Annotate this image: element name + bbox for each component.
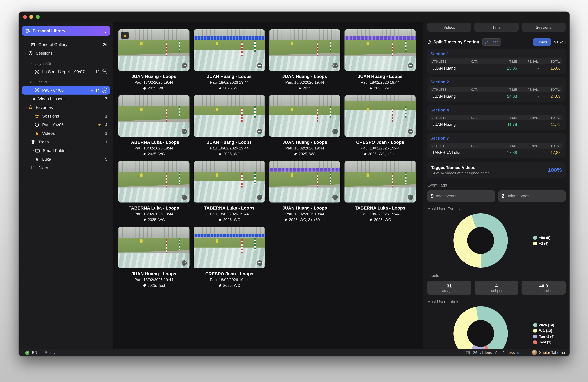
video-thumbnail[interactable]: ★••• [118,29,189,71]
gallery-icon [30,42,36,47]
close-button[interactable] [23,15,27,19]
video-thumbnail[interactable]: ••• [269,95,340,137]
vs-you-toggle[interactable]: vs You [554,40,566,44]
tab-videos[interactable]: Videos [427,23,472,32]
video-tags: 2025, WC [148,218,165,222]
split-time: 24,03 [495,94,517,99]
video-thumbnail[interactable]: ••• [118,95,189,137]
video-thumbnail[interactable]: ••• [344,95,416,137]
item-menu-button[interactable]: ••• [102,69,107,74]
video-thumbnail[interactable]: ••• [194,29,265,71]
tag-icon [294,152,297,156]
sidebar-item-favorites[interactable]: Favorites [22,103,110,112]
thumbnail-menu-button[interactable]: ••• [181,128,187,135]
tag-icon [298,86,301,90]
tag-icon [143,152,147,156]
sidebar-item-sessions[interactable]: Sessions1 [22,112,110,121]
video-meta: Pau, 18/02/2026 19:44 [194,212,265,216]
section-card: Section 4ATHLETECAT.TIMEPENAL.TOTALJUAN … [427,105,566,130]
video-thumbnail[interactable]: ••• [194,227,265,268]
star-outline-icon [34,114,39,119]
sidebar-item-video-lessons[interactable]: Video Lessons7 [22,95,110,103]
video-title: TABERNA Luka - Loops [194,205,265,210]
video-meta: Pau, 18/02/2026 19:44 [269,80,340,85]
total-time: 11,78 [539,122,561,127]
sidebar-item-pau-04-06[interactable]: Pau · 04/06★14 [22,121,110,129]
video-title: TABERNA Luka - Loops [118,205,189,210]
star-icon: ★ [98,122,102,127]
tag-icon [284,218,288,222]
thumbnail-menu-button[interactable]: ••• [257,63,263,69]
sidebar-item-general-gallery[interactable]: General Gallery26 [22,40,110,49]
video-title: JUAN Huang - Loops [194,74,265,79]
item-count: 26 [103,42,107,47]
video-thumbnail[interactable]: ••• [118,161,189,202]
tag-icon [143,284,146,287]
thumbnail-menu-button[interactable]: ••• [407,63,414,69]
avatar[interactable] [532,350,537,355]
legend-swatch [533,236,537,239]
video-thumbnail[interactable]: ••• [194,95,265,137]
legend-item: +2 (4) [533,241,550,245]
sidebar-item-videos[interactable]: Videos1 [22,129,110,138]
video-title: JUAN Huang - Loops [269,205,340,210]
thumbnail-menu-button[interactable]: ••• [407,128,414,135]
separator: | [527,351,529,355]
tab-sessions[interactable]: Sessions [521,23,566,32]
video-thumbnail[interactable]: ••• [269,161,340,202]
thumbnail-menu-button[interactable]: ••• [332,128,338,135]
video-thumbnail[interactable]: ••• [344,29,416,71]
minimize-button[interactable] [29,15,33,19]
total-time: 15,06 [539,66,561,71]
penalty: - [517,66,539,71]
thumbnail-menu-button[interactable]: ••• [332,63,338,69]
video-grid-area: ★•••JUAN Huang - LoopsPau, 18/02/2026 19… [113,22,423,349]
item-menu-button[interactable]: ••• [102,87,107,93]
tag-icon [363,152,367,156]
video-title: JUAN Huang - Loops [269,74,340,79]
sidebar-item-pau-04-06[interactable]: Pau · 04/06★14••• [22,86,110,95]
video-tags: 2025, WC [223,283,240,288]
gate-pole-red [317,108,318,122]
sidebar-month-header[interactable]: June 2025 [22,78,110,86]
sidebar-month-header[interactable]: July 2025 [22,60,110,67]
sidebar-item-trash[interactable]: Trash1 [22,138,110,146]
video-meta: Pau, 18/02/2026 19:44 [194,146,265,150]
sidebar-item-sessions[interactable]: Sessions [22,49,110,58]
video-thumbnail[interactable]: ••• [269,29,340,71]
section-table-header: ATHLETECAT.TIMEPENAL.TOTAL [430,87,563,92]
gate-pole-green [179,238,180,250]
zoom-button[interactable] [36,15,40,19]
video-title: JUAN Huang - Loops [118,271,189,277]
sidebar-item-smart-folder[interactable]: Smart Folder [22,146,110,155]
times-toggle-button[interactable]: Times [533,38,551,46]
split-time: 11,78 [495,122,517,127]
penalty: - [517,150,539,155]
sidebar-item-diary[interactable]: Diary [22,163,110,172]
split-time: 17,88 [495,150,517,155]
star-filled-icon [34,157,39,162]
folder-icon [495,351,499,355]
thumbnail-menu-button[interactable]: ••• [257,128,263,135]
video-thumbnail[interactable]: ••• [194,161,265,202]
section-table-header: ATHLETECAT.TIMEPENAL.TOTAL [430,59,563,64]
penalty: - [517,94,539,99]
sidebar-item-la-seu-d-urgell-09-07[interactable]: La Seu d’Urgell · 09/0712••• [22,67,110,76]
gate-pole-green [405,106,406,118]
gate-pole-green [179,172,180,184]
video-thumbnail[interactable]: ••• [344,161,416,202]
video-count: 26 videos [473,351,492,355]
item-count: 5 [105,157,107,161]
section-table-row: JUAN Huang15,06-15,06 [430,64,563,73]
video-thumbnail[interactable]: ••• [118,227,189,268]
event-tags-heading: Event Tags [427,183,566,187]
sidebar-item-luka[interactable]: Luka5 [22,155,110,163]
penalty: - [517,122,539,127]
tab-time[interactable]: Time [474,23,519,32]
gate-pole-red [317,173,318,187]
library-selector[interactable]: Personal Library ⌃⌄ [22,26,110,36]
thumbnail-menu-button[interactable]: ••• [181,63,187,69]
video-meta: Pau, 18/02/2026 19:44 [344,212,416,216]
open-button[interactable]: Open [482,38,501,46]
sidebar-item-label: Favorites [36,105,107,110]
